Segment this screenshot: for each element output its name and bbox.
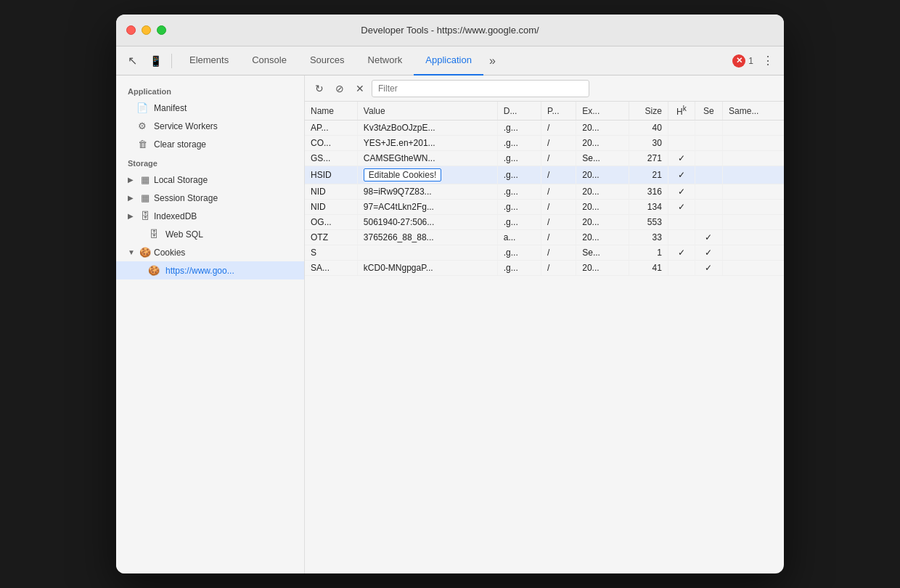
table-row[interactable]: GS... CAMSEGtheWN... .g... / Se... 271 ✓	[305, 151, 784, 166]
cell-size: 21	[629, 166, 668, 184]
sidebar-item-clear-storage[interactable]: 🗑 Clear storage	[116, 135, 304, 153]
table-row[interactable]: NID 98=iRw9Q7Z83... .g... / 20... 316 ✓	[305, 184, 784, 200]
cell-value: kCD0-MNgpgaP...	[357, 261, 497, 276]
cell-path: /	[541, 261, 576, 276]
sidebar-item-local-storage[interactable]: ▶ ▦ Local Storage	[116, 171, 304, 189]
cell-value: YES+JE.en+201...	[357, 136, 497, 151]
col-header-secure[interactable]: Se	[695, 102, 722, 121]
more-tabs-button[interactable]: »	[483, 54, 502, 68]
sidebar-item-clear-storage-label: Clear storage	[154, 139, 206, 150]
sidebar-item-cookies[interactable]: ▼ 🍪 Cookies	[116, 243, 304, 261]
col-header-size[interactable]: Size	[629, 102, 668, 121]
cell-value: 97=AC4tLkn2Fg...	[357, 200, 497, 215]
tab-network[interactable]: Network	[356, 46, 414, 75]
refresh-button[interactable]: ↻	[311, 80, 328, 97]
cell-expires: 20...	[576, 184, 629, 200]
cell-value: CAMSEGtheWN...	[357, 151, 497, 166]
table-row[interactable]: NID 97=AC4tLkn2Fg... .g... / 20... 134 ✓	[305, 200, 784, 215]
col-header-expires[interactable]: Ex...	[576, 102, 629, 121]
sidebar-section-application: Application	[116, 81, 304, 99]
close-button[interactable]	[126, 25, 136, 35]
cookies-tbody: AP... Kv3tAzBoOJzpE... .g... / 20... 40 …	[305, 121, 784, 276]
cell-path: /	[541, 184, 576, 200]
toolbar-divider	[171, 54, 172, 68]
cell-samesite	[723, 151, 784, 166]
cell-secure	[695, 200, 722, 215]
cell-expires: 20...	[576, 121, 629, 136]
cell-domain: .g...	[497, 184, 541, 200]
cell-path: /	[541, 230, 576, 245]
cell-domain: a...	[497, 230, 541, 245]
cell-samesite	[723, 215, 784, 230]
cookies-table-container: Name Value D... P... Ex... Size Hk Se Sa…	[305, 102, 784, 573]
tab-console[interactable]: Console	[240, 46, 298, 75]
cell-domain: .g...	[497, 215, 541, 230]
table-row[interactable]: OTZ 3765266_88_88... a... / 20... 33 ✓	[305, 230, 784, 245]
cell-secure	[695, 151, 722, 166]
col-header-domain[interactable]: D...	[497, 102, 541, 121]
cell-http	[668, 136, 695, 151]
cell-name: AP...	[305, 121, 357, 136]
table-row[interactable]: CO... YES+JE.en+201... .g... / 20... 30	[305, 136, 784, 151]
sidebar-item-local-storage-label: Local Storage	[154, 175, 208, 185]
cell-value[interactable]: Editable Cookies!	[357, 166, 497, 184]
cell-samesite	[723, 230, 784, 245]
cell-path: /	[541, 215, 576, 230]
cell-name: S	[305, 245, 357, 261]
col-header-name[interactable]: Name	[305, 102, 357, 121]
cell-http: ✓	[668, 245, 695, 261]
cell-http: ✓	[668, 151, 695, 166]
cell-secure: ✓	[695, 245, 722, 261]
cell-http	[668, 261, 695, 276]
tab-elements[interactable]: Elements	[178, 46, 240, 75]
cell-samesite	[723, 245, 784, 261]
delete-button[interactable]: ✕	[351, 80, 369, 97]
sidebar-item-cookies-label: Cookies	[154, 248, 185, 258]
sidebar-item-cookies-url[interactable]: 🍪 https://www.goo...	[116, 261, 304, 279]
menu-icon: ⋮	[762, 54, 774, 68]
sidebar-item-service-workers[interactable]: ⚙ Service Workers	[116, 117, 304, 135]
maximize-button[interactable]	[157, 25, 166, 35]
clear-button[interactable]: ⊘	[331, 80, 348, 97]
table-row[interactable]: SA... kCD0-MNgpgaP... .g... / 20... 41 ✓	[305, 261, 784, 276]
main-panel: ↻ ⊘ ✕ Name Value D... P... Ex... Size	[305, 75, 784, 573]
cell-expires: Se...	[576, 245, 629, 261]
cookies-arrow: ▼	[128, 248, 136, 256]
sidebar-item-manifest[interactable]: 📄 Manifest	[116, 99, 304, 117]
cell-value	[357, 245, 497, 261]
col-header-value[interactable]: Value	[357, 102, 497, 121]
sidebar-item-session-storage[interactable]: ▶ ▦ Session Storage	[116, 189, 304, 207]
cell-size: 33	[629, 230, 668, 245]
cell-domain: .g...	[497, 151, 541, 166]
tab-sources[interactable]: Sources	[298, 46, 356, 75]
cell-name: OG...	[305, 215, 357, 230]
col-header-http[interactable]: Hk	[668, 102, 695, 121]
table-row[interactable]: S .g... / Se... 1 ✓ ✓	[305, 245, 784, 261]
cell-expires: 20...	[576, 200, 629, 215]
col-header-samesite[interactable]: Same...	[723, 102, 784, 121]
table-row[interactable]: AP... Kv3tAzBoOJzpE... .g... / 20... 40	[305, 121, 784, 136]
cell-expires: 20...	[576, 166, 629, 184]
table-row[interactable]: OG... 5061940-27:506... .g... / 20... 55…	[305, 215, 784, 230]
tab-application[interactable]: Application	[414, 46, 483, 75]
sidebar-item-indexeddb[interactable]: ▶ 🗄 IndexedDB	[116, 207, 304, 225]
sidebar-item-websql[interactable]: 🗄 Web SQL	[116, 225, 304, 243]
filter-input[interactable]	[372, 80, 589, 97]
device-toggle-button[interactable]: 📱	[145, 51, 165, 71]
devtools-menu-button[interactable]: ⋮	[758, 51, 778, 71]
table-row[interactable]: HSID Editable Cookies! .g... / 20... 21 …	[305, 166, 784, 184]
cell-samesite	[723, 200, 784, 215]
cell-domain: .g...	[497, 121, 541, 136]
titlebar: Developer Tools - https://www.google.com…	[116, 15, 784, 46]
editable-cell[interactable]: Editable Cookies!	[364, 168, 441, 181]
websql-icon: 🗄	[148, 229, 160, 240]
panel-toolbar: ↻ ⊘ ✕	[305, 75, 784, 102]
minimize-button[interactable]	[142, 25, 151, 35]
cursor-tool-button[interactable]: ↖	[122, 51, 142, 71]
cell-path: /	[541, 245, 576, 261]
cell-path: /	[541, 200, 576, 215]
cell-http: ✓	[668, 200, 695, 215]
cell-name: OTZ	[305, 230, 357, 245]
cell-size: 316	[629, 184, 668, 200]
col-header-path[interactable]: P...	[541, 102, 576, 121]
